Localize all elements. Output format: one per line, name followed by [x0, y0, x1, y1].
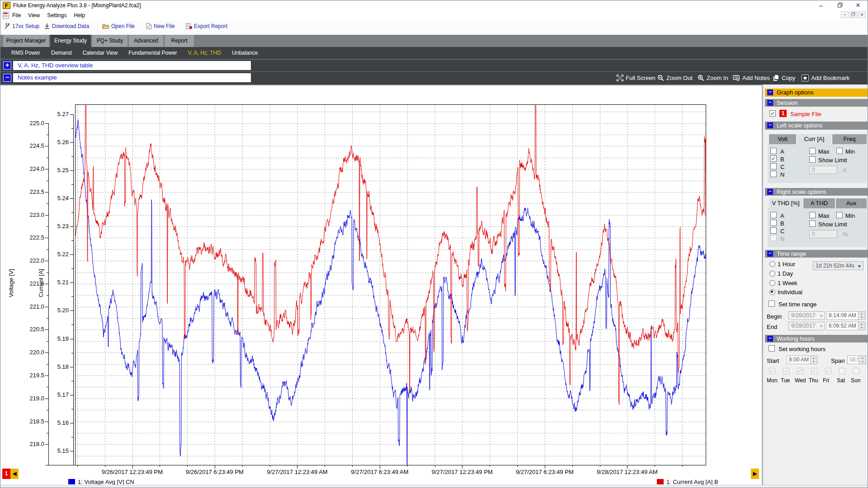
- tab-advanced[interactable]: Advanced: [129, 35, 163, 47]
- x-tick-label: 9/27/2017 12:23:49 AM: [256, 469, 338, 475]
- add-bookmark-button[interactable]: Add Bookmark: [802, 73, 849, 83]
- left-scale-show-limit-checkbox[interactable]: [809, 156, 816, 163]
- legend-current: 1: Current Avg [A] B: [657, 479, 718, 485]
- end-time-spinner[interactable]: 6:06:52 AM▴▾: [826, 322, 865, 330]
- left-scale-tab-volt[interactable]: Volt: [769, 134, 796, 144]
- right-scale-phase-b-checkbox[interactable]: [770, 220, 777, 226]
- toolbar-download-data-button[interactable]: Download Data: [44, 23, 89, 32]
- add-notes-button[interactable]: Add Notes: [733, 73, 770, 83]
- menu-settings[interactable]: Settings: [43, 10, 70, 20]
- left-scale-phase-a-checkbox[interactable]: [770, 148, 777, 154]
- voltage-tick-label: 224.5: [24, 142, 44, 149]
- menu-view[interactable]: View: [24, 10, 43, 20]
- window-close-button[interactable]: ×: [851, 0, 865, 10]
- graph-toolbar-label: Add Bookmark: [811, 75, 849, 81]
- time-range-label-individual: Individual: [778, 289, 802, 296]
- subtab-calendar-view[interactable]: Calendar View: [82, 47, 118, 59]
- page-left-arrow-button[interactable]: ◀: [10, 469, 19, 479]
- left-scale-phase-b-checkbox[interactable]: ✓: [770, 155, 777, 162]
- toolbar-open-file-button[interactable]: Open File: [102, 23, 135, 32]
- expand-plus-button[interactable]: +: [3, 61, 11, 70]
- mdi-close-button[interactable]: ×: [858, 11, 866, 18]
- right-scale-tab-v-thd[interactable]: V THD [%]: [769, 198, 802, 208]
- collapse-icon[interactable]: −: [767, 189, 773, 195]
- zoom-out-button[interactable]: Zoom Out: [657, 73, 693, 83]
- legend-voltage: 1: Voltage Avg [V] CN: [68, 479, 134, 485]
- chart-canvas[interactable]: [0, 85, 762, 488]
- tab-project-manager[interactable]: Project Manager: [3, 35, 49, 47]
- window-minimize-button[interactable]: –: [814, 0, 828, 10]
- document-icon[interactable]: [3, 12, 9, 19]
- toolbar-label: Export Report: [194, 23, 227, 29]
- window-restore-button[interactable]: [833, 0, 847, 10]
- span-spinner[interactable]: 08:00▴▾: [847, 356, 866, 364]
- right-scale-phase-c-checkbox[interactable]: [770, 227, 777, 234]
- collapse-icon[interactable]: −: [767, 122, 773, 128]
- left-scale-phase-a-label: A: [780, 148, 784, 155]
- toolbar-export-report-button[interactable]: Export Report: [186, 23, 227, 32]
- subtab-v-a-hz-thd[interactable]: V, A, Hz, THD: [188, 47, 221, 59]
- copy-button[interactable]: Copy: [773, 73, 795, 83]
- tab-energy-study[interactable]: Energy Study: [50, 35, 91, 47]
- left-scale-tab-freq[interactable]: Freq: [832, 134, 867, 144]
- subtab-rms-power[interactable]: RMS Power: [11, 47, 40, 59]
- left-scale-phase-c-checkbox[interactable]: [770, 163, 777, 169]
- menu-help[interactable]: Help: [71, 10, 89, 20]
- collapse-minus-button[interactable]: −: [3, 74, 11, 82]
- right-scale-phase-a-checkbox[interactable]: [770, 212, 777, 218]
- begin-time-spinner[interactable]: 8:14:09 AM▴▾: [826, 311, 865, 320]
- full-screen-button[interactable]: Full Screen: [617, 73, 656, 83]
- subtab-unbalance[interactable]: Unbalance: [232, 47, 258, 59]
- time-range-header[interactable]: −Time range: [765, 250, 868, 258]
- time-range-radio-1-hour[interactable]: [769, 261, 775, 267]
- end-date-combo[interactable]: 9/28/2017▾: [788, 322, 825, 330]
- right-scale-max-checkbox[interactable]: [809, 212, 816, 218]
- time-range-radio-1-day[interactable]: [769, 271, 775, 277]
- left-scale-options-header[interactable]: −Left scale options: [765, 122, 868, 130]
- mdi-minimize-button[interactable]: –: [841, 11, 849, 18]
- left-scale-tab-curr-a[interactable]: Curr [A]: [797, 134, 831, 144]
- right-scale-tab-a-thd[interactable]: A THD: [803, 198, 835, 208]
- overview-table-title-field[interactable]: V, A, Hz, THD overview table: [13, 61, 251, 70]
- left-scale-min-checkbox[interactable]: [836, 148, 843, 154]
- begin-date-combo[interactable]: 9/26/2017▾: [788, 311, 825, 320]
- toolbar-17xx-setup-button[interactable]: 17xx Setup: [4, 23, 39, 32]
- left-scale-phase-n-checkbox[interactable]: [770, 171, 777, 177]
- right-scale-tab-aux[interactable]: Aux: [836, 198, 867, 208]
- current-legend-swatch: [657, 479, 664, 484]
- left-scale-max-checkbox[interactable]: [809, 148, 816, 154]
- working-hours-header[interactable]: −Working hours: [765, 335, 868, 343]
- subtab-demand[interactable]: Demand: [51, 47, 71, 59]
- menu-bar: FileViewSettingsHelp – ×: [0, 10, 868, 21]
- time-range-radio-individual[interactable]: [769, 289, 775, 295]
- set-time-range-checkbox[interactable]: [769, 300, 775, 307]
- current-tick-label: 5.20: [48, 307, 69, 314]
- menu-file[interactable]: File: [9, 10, 24, 20]
- subtab-fundamental-power[interactable]: Fundamental Power: [128, 47, 177, 59]
- session-file-checkbox[interactable]: ✓: [769, 110, 776, 117]
- duration-dropdown[interactable]: 1d 21h 52m 44s▾: [813, 261, 863, 270]
- collapse-icon[interactable]: −: [767, 100, 773, 106]
- start-time-spinner[interactable]: 8:00 AM▴▾: [787, 356, 817, 364]
- current-tick-label: 5.24: [48, 195, 69, 202]
- main-tab-strip: Project ManagerEnergy StudyPQ+ StudyAdva…: [0, 35, 868, 47]
- set-working-hours-checkbox[interactable]: [769, 345, 775, 352]
- collapse-icon[interactable]: −: [767, 89, 773, 95]
- day-checkbox-tue: ✓: [783, 368, 789, 374]
- day-checkbox-sun: [853, 368, 859, 374]
- page-right-arrow-button[interactable]: ▶: [751, 469, 759, 479]
- notes-title-field[interactable]: Notes example: [13, 73, 251, 82]
- right-scale-options-header[interactable]: −Right scale options: [765, 188, 868, 196]
- tab-pq-study[interactable]: PQ+ Study: [92, 35, 127, 47]
- tab-report[interactable]: Report: [165, 35, 194, 47]
- collapse-icon[interactable]: −: [767, 251, 773, 257]
- collapse-icon[interactable]: −: [767, 336, 773, 342]
- right-scale-show-limit-checkbox[interactable]: [809, 221, 816, 227]
- toolbar-new-file-button[interactable]: New File: [146, 23, 175, 32]
- right-scale-min-checkbox[interactable]: [836, 212, 843, 218]
- zoom-in-button[interactable]: Zoom In: [698, 73, 728, 83]
- mdi-restore-button[interactable]: [849, 11, 857, 18]
- time-range-radio-1-week[interactable]: [769, 280, 775, 286]
- session-header[interactable]: −Session: [765, 99, 868, 107]
- graph-options-header[interactable]: −Graph options: [765, 89, 868, 97]
